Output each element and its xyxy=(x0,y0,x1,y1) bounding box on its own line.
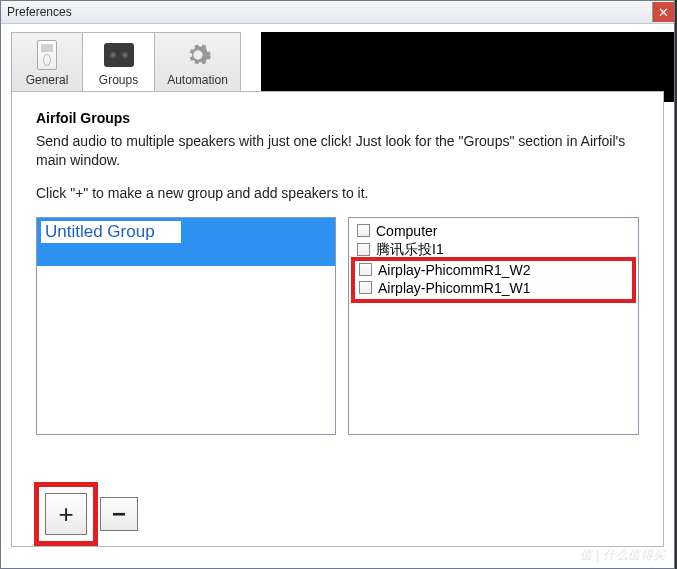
group-row[interactable] xyxy=(37,218,335,266)
titlebar: Preferences ✕ xyxy=(1,1,674,24)
tab-general[interactable]: General xyxy=(11,32,83,92)
ipod-icon xyxy=(37,40,57,70)
speaker-label: Airplay-PhicommR1_W1 xyxy=(378,280,530,296)
checkbox-icon[interactable] xyxy=(359,263,372,276)
gear-icon xyxy=(184,41,212,69)
speaker-row[interactable]: Computer xyxy=(357,222,630,240)
tab-automation-label: Automation xyxy=(167,73,228,87)
group-name-input[interactable] xyxy=(41,221,181,243)
content-area: General Groups Automation Airfoil Groups… xyxy=(1,24,674,568)
window-title: Preferences xyxy=(7,5,72,19)
groups-listbox[interactable] xyxy=(36,217,336,435)
highlight-box-speakers: Airplay-PhicommR1_W2 Airplay-PhicommR1_W… xyxy=(351,257,636,303)
tab-automation[interactable]: Automation xyxy=(155,32,241,92)
speaker-row[interactable]: Airplay-PhicommR1_W2 xyxy=(359,261,628,279)
tabstrip: General Groups Automation xyxy=(11,32,664,92)
tab-groups[interactable]: Groups xyxy=(83,32,155,92)
speakers-listbox[interactable]: Computer 腾讯乐投I1 Airplay-PhicommR1_W2 xyxy=(348,217,639,435)
add-group-button[interactable]: + xyxy=(45,493,87,535)
add-remove-bar: + − xyxy=(34,482,138,546)
remove-group-button[interactable]: − xyxy=(100,497,138,531)
checkbox-icon[interactable] xyxy=(359,281,372,294)
speaker-icon xyxy=(104,43,134,67)
checkbox-icon[interactable] xyxy=(357,243,370,256)
panel-hint: Click "+" to make a new group and add sp… xyxy=(36,184,639,203)
speaker-label: 腾讯乐投I1 xyxy=(376,241,444,259)
watermark: 值 | 什么值得买 xyxy=(580,547,666,564)
close-icon: ✕ xyxy=(658,5,669,20)
speaker-label: Computer xyxy=(376,223,437,239)
plus-icon: + xyxy=(58,499,73,530)
highlight-box-add: + xyxy=(34,482,98,546)
preferences-window: Preferences ✕ General Groups Automat xyxy=(0,0,675,569)
groups-panel: Airfoil Groups Send audio to multiple sp… xyxy=(11,91,664,547)
speaker-label: Airplay-PhicommR1_W2 xyxy=(378,262,530,278)
columns: Computer 腾讯乐投I1 Airplay-PhicommR1_W2 xyxy=(36,217,639,435)
tab-general-label: General xyxy=(26,73,69,87)
checkbox-icon[interactable] xyxy=(357,224,370,237)
tab-groups-label: Groups xyxy=(99,73,138,87)
window-close-button[interactable]: ✕ xyxy=(652,2,674,22)
minus-icon: − xyxy=(112,500,126,528)
speaker-row[interactable]: Airplay-PhicommR1_W1 xyxy=(359,279,628,297)
panel-heading: Airfoil Groups xyxy=(36,110,639,126)
panel-description: Send audio to multiple speakers with jus… xyxy=(36,132,639,170)
